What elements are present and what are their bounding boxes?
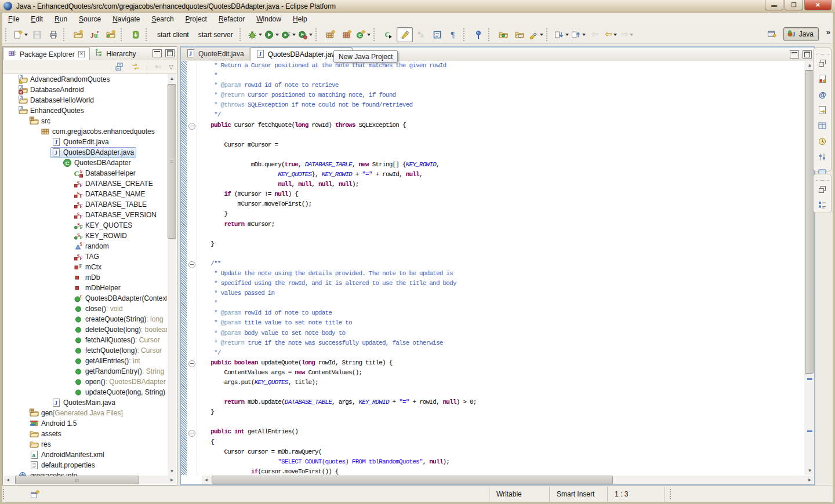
problems-view-icon[interactable] [815, 72, 829, 86]
tree-item-database-create[interactable]: SFDATABASE_CREATE [3, 178, 167, 189]
editor-horizontal-scrollbar[interactable]: ◄ ► [202, 476, 814, 484]
menu-search[interactable]: Search [146, 13, 180, 25]
tree-scroll-down-arrow[interactable]: ▼ [168, 467, 176, 476]
previous-annotation-button[interactable] [570, 27, 587, 42]
tree-horizontal-scrollbar[interactable]: ◄ ► 𝍖 [3, 476, 176, 484]
start-client-button[interactable]: start client [153, 27, 194, 42]
tree-vertical-scrollbar[interactable]: ▲ ▼ ≡ [168, 74, 176, 476]
tree-item-quotesdbadapter-context[interactable]: CQuotesDBAdapter(Context) [3, 293, 167, 304]
trim-drag-handle[interactable] [670, 489, 673, 499]
open-type-button[interactable] [495, 27, 511, 42]
android-sdk-manager-button[interactable] [128, 27, 144, 42]
open-perspective-button[interactable] [764, 27, 780, 42]
editor-hscrollbar-thumb[interactable] [212, 476, 613, 484]
tree-item-mdb[interactable]: mDb [3, 272, 167, 283]
tree-item-key-quotes[interactable]: SFKEY_QUOTES [3, 220, 167, 231]
tree-hscrollbar-thumb[interactable]: 𝍖 [15, 476, 139, 484]
fast-view-button[interactable] [27, 487, 43, 502]
pin-editor-button[interactable] [470, 27, 487, 42]
editor-tab-quoteedit[interactable]: J QuoteEdit.java [181, 48, 250, 60]
menu-window[interactable]: Window [251, 13, 287, 25]
tree-item-database-table[interactable]: SFDATABASE_TABLE [3, 199, 167, 210]
tree-item-quoteedit-java[interactable]: JQuoteEdit.java [3, 137, 167, 147]
menu-run[interactable]: Run [49, 13, 73, 25]
start-server-button[interactable]: start server [194, 27, 238, 42]
tree-item-mctx[interactable]: FmCtx [3, 262, 167, 272]
tree-item-enhancedquotes[interactable]: JEnhancedQuotes [3, 105, 167, 116]
profile-dropdown-arrow[interactable] [309, 34, 313, 36]
perspective-overflow-chevron[interactable]: » [826, 28, 830, 36]
forward-button[interactable]: ⇨ [619, 27, 636, 42]
tree-item-quotesdbadapter[interactable]: CQuotesDBAdapter [3, 158, 167, 168]
tree-item-close[interactable]: close() : void [3, 304, 167, 314]
menu-source[interactable]: Source [73, 13, 107, 25]
restore-view-icon[interactable] [815, 56, 829, 70]
save-button[interactable] [29, 27, 45, 42]
tree-item-androidmanifest-xml[interactable]: aAndroidManifest.xml [3, 450, 167, 460]
previous-annotation-dropdown-arrow[interactable] [582, 34, 586, 36]
title-bar[interactable]: Java - EnhancedQuotes/src/com/gregjacobs… [0, 0, 835, 13]
minimize-view-button[interactable] [153, 49, 162, 57]
tree-item-databasehelper[interactable]: CSDatabaseHelper [3, 168, 167, 178]
sliders-view-icon[interactable] [815, 150, 829, 164]
tree-item-createquote-string[interactable]: createQuote(String) : long [3, 314, 167, 324]
tree-scroll-up-arrow[interactable]: ▲ [168, 74, 176, 83]
tree-scrollbar-thumb[interactable]: ≡ [168, 84, 176, 239]
tree-item-default-properties[interactable]: default.properties [3, 460, 167, 470]
search-button[interactable] [528, 27, 544, 42]
declaration-view-icon[interactable] [815, 103, 829, 117]
javadoc-view-icon[interactable]: @ [815, 87, 829, 101]
new-wizard-dropdown-arrow[interactable] [24, 34, 28, 36]
back-button[interactable]: ⇦ [603, 27, 619, 42]
tab-hierarchy[interactable]: Hierarchy [90, 47, 143, 60]
next-annotation-nav-button[interactable] [413, 27, 429, 42]
tree-item-gen[interactable]: gen [Generated Java Files] [3, 408, 167, 418]
menu-project[interactable]: Project [180, 13, 213, 25]
close-window-button[interactable]: ✕ [804, 0, 832, 10]
tree-item-fetchallquotes[interactable]: fetchAllQuotes() : Cursor [3, 335, 167, 345]
java-perspective-button[interactable]: J Java [783, 27, 819, 41]
show-selected-element-only-button[interactable] [429, 27, 445, 42]
menu-edit[interactable]: Edit [25, 13, 49, 25]
debug-button[interactable] [246, 27, 263, 42]
tree-item-assets[interactable]: assets [3, 429, 167, 439]
menu-help[interactable]: Help [287, 13, 313, 25]
minimize-editor-button[interactable] [790, 50, 799, 59]
new-java-package-button[interactable] [322, 27, 339, 42]
open-resource-button[interactable] [511, 27, 528, 42]
new-android-project-button[interactable] [103, 27, 119, 42]
maximize-editor-button[interactable] [803, 50, 812, 59]
new-java-project-button[interactable] [70, 27, 86, 42]
maximize-view-button[interactable] [165, 49, 175, 57]
run-dropdown-arrow[interactable] [275, 34, 279, 36]
tree-item-database-version[interactable]: SFDATABASE_VERSION [3, 210, 167, 220]
editor-scroll-down-arrow[interactable]: ▼ [805, 466, 814, 475]
minimize-window-button[interactable]: ▬ [765, 0, 783, 10]
menu-refactor[interactable]: Refactor [213, 13, 251, 25]
fold-collapse-icon[interactable] [188, 123, 195, 130]
stack-drag-handle[interactable] [816, 49, 829, 54]
tree-item-quotesdbadapter-java[interactable]: JQuotesDBAdapter.java [3, 147, 167, 158]
new-java-type-button[interactable] [339, 27, 355, 42]
tree-item-getallentries[interactable]: getAllEntries() : int [3, 356, 167, 366]
view-menu-chevron[interactable]: ▽ [169, 64, 173, 70]
run-history-dropdown-arrow[interactable] [292, 34, 296, 36]
restore-view-icon[interactable] [815, 182, 829, 196]
fold-collapse-icon[interactable] [188, 430, 195, 437]
tree-item-android-1-5[interactable]: Android 1.5 [3, 418, 167, 429]
search-dropdown-arrow[interactable] [540, 34, 543, 36]
tree-item-getrandomentry[interactable]: getRandomEntry() : String [3, 366, 167, 377]
show-whitespace-button[interactable]: ¶ [445, 27, 462, 42]
run-history-button[interactable] [280, 27, 297, 42]
forward-dropdown-arrow[interactable] [630, 34, 633, 36]
next-annotation-dropdown-arrow[interactable] [565, 34, 569, 36]
print-button[interactable] [45, 27, 61, 42]
new-junit-test-button[interactable]: Ju [86, 27, 103, 42]
editor-scroll-right-arrow[interactable]: ► [805, 476, 814, 484]
tree-item-fetchquote-long[interactable]: fetchQuote(long) : Cursor [3, 345, 167, 356]
fold-collapse-icon[interactable] [188, 360, 195, 367]
tree-item-updatequote-long-string[interactable]: updateQuote(long, String) [3, 387, 167, 397]
editor-scrollbar-thumb[interactable] [805, 70, 814, 374]
tree-item-res[interactable]: res [3, 439, 167, 450]
properties-view-icon[interactable] [815, 119, 829, 133]
